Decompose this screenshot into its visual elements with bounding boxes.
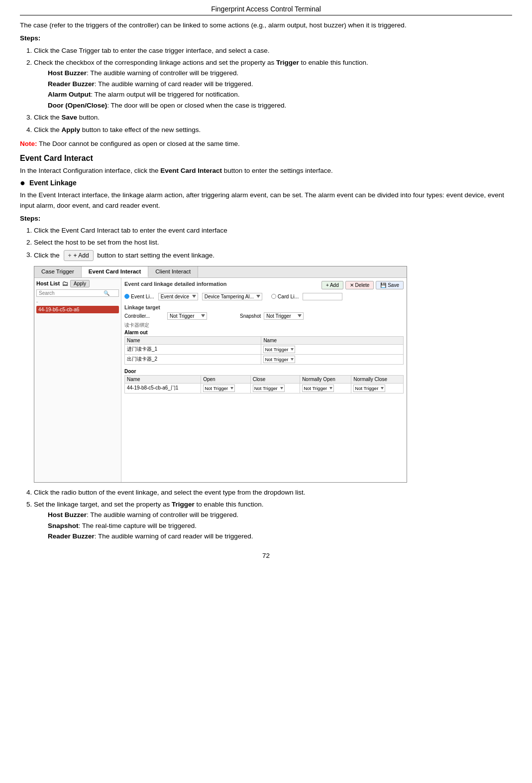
step-2: Check the checkbox of the corresponding … — [34, 58, 512, 111]
bullet-dot: ● — [20, 178, 25, 188]
ui-tabs: Case Trigger Event Card Interact Client … — [34, 266, 407, 278]
tab-client-interact[interactable]: Client Interact — [148, 266, 198, 277]
event-linkage-intro: In the Event Interact interface, the lin… — [20, 190, 512, 211]
reader-section-label: 读卡器绑定 — [124, 322, 404, 329]
steps-header-2: Steps: — [20, 214, 512, 224]
reader-row2-select[interactable]: Not Trigger — [263, 356, 295, 363]
door-line: Door (Open/Close): The door will be open… — [48, 102, 286, 109]
ui-sidebar: Host List 🗂 Apply 🔍 - 44-19-b6-c5-cb-a6 — [34, 278, 121, 482]
table-row: 44-19-b8-c5-cb-a6_门1 Not Trigger Not Tri… — [125, 383, 404, 393]
ui-screenshot: Case Trigger Event Card Interact Client … — [34, 266, 407, 483]
radio-unchecked-icon — [271, 294, 276, 299]
radio-card-li[interactable]: Card Li... — [271, 293, 299, 299]
host-buzzer-line: Host Buzzer: The audible warning of cont… — [48, 69, 238, 77]
event-linkage-bullet: ● Event Linkage — [20, 179, 512, 188]
controller-select[interactable]: Not Trigger — [167, 312, 207, 320]
event-card-intro: In the Interact Configuration interface,… — [20, 166, 512, 176]
alarm-out-label: Alarm out — [124, 330, 404, 335]
ui-main-header: Event card linkage detailed information — [124, 281, 226, 287]
sidebar-search[interactable]: 🔍 — [36, 289, 119, 297]
door-section-label: Door — [124, 369, 404, 374]
step-3: Click the Save button. — [34, 113, 512, 123]
folder-icon: 🗂 — [62, 280, 68, 287]
step-1: Click the Case Trigger tab to enter the … — [34, 46, 512, 56]
door-normally-close-select[interactable]: Not Trigger — [353, 385, 385, 392]
host-buzzer-after: Host Buzzer: The audible warning of cont… — [48, 511, 238, 519]
intro-text: The case (refer to the triggers of the c… — [20, 20, 512, 30]
steps-list-1: Click the Case Trigger tab to enter the … — [34, 46, 512, 135]
door-table: Name Open Close Normally Open Normally C… — [124, 375, 404, 393]
reader-col-name: Name — [125, 336, 261, 344]
tab-event-card-interact[interactable]: Event Card Interact — [82, 266, 148, 277]
linkage-target-label: Linkage target — [124, 304, 404, 310]
alarm-output-line: Alarm Output: The alarm output will be t… — [48, 91, 239, 98]
card-li-input[interactable] — [303, 293, 342, 300]
linkage-target-section: Linkage target Controller... Not Trigger… — [124, 304, 404, 475]
event-linkage-label: Event Linkage — [29, 179, 77, 187]
table-row: 出门读卡器_2 Not Trigger — [125, 354, 404, 364]
door-col-name: Name — [125, 375, 201, 383]
empty-area — [124, 395, 404, 475]
reader-row1-select[interactable]: Not Trigger — [263, 346, 295, 353]
steps-list-2: Click the Event Card Interact tab to ent… — [34, 226, 512, 261]
sidebar-title: Host List 🗂 Apply — [36, 280, 119, 287]
post-step-4: Click the radio button of the event link… — [34, 488, 512, 498]
search-icon: 🔍 — [104, 290, 109, 296]
note-text: Note: The Door cannot be configured as o… — [20, 139, 512, 149]
device-tampering-dropdown[interactable]: Device Tampering Al... — [202, 293, 262, 300]
event-card-heading: Event Card Interact — [20, 154, 512, 163]
page-number: 72 — [20, 552, 512, 559]
reader-col-name2: Name — [261, 336, 404, 344]
door-col-normally-close: Normally Close — [351, 375, 404, 383]
delete-button[interactable]: ✕ Delete — [345, 281, 374, 289]
door-normally-open-select[interactable]: Not Trigger — [302, 385, 334, 392]
door-col-normally-open: Normally Open — [300, 375, 351, 383]
reader-buzzer-line: Reader Buzzer: The audible warning of ca… — [48, 80, 253, 88]
save-button[interactable]: 💾 Save — [376, 281, 404, 289]
sidebar-apply-button[interactable]: Apply — [70, 280, 90, 287]
sidebar-list-item[interactable]: 44-19-b6-c5-cb-a6 — [36, 306, 119, 313]
page-title: Fingerprint Access Control Terminal — [20, 5, 512, 15]
door-close-select[interactable]: Not Trigger — [253, 385, 285, 392]
ec-step-3: Click the + + Add button to start settin… — [34, 250, 512, 261]
snapshot-select[interactable]: Not Trigger — [264, 312, 304, 320]
door-col-open: Open — [201, 375, 250, 383]
ui-body: Host List 🗂 Apply 🔍 - 44-19-b6-c5-cb-a6 … — [34, 278, 407, 482]
ui-toolbar: + Add ✕ Delete 💾 Save — [321, 281, 404, 289]
event-device-dropdown[interactable]: Event device — [158, 293, 198, 300]
reader-table: Name Name 进门读卡器_1 Not Trigger — [124, 336, 404, 365]
ec-step-2: Select the host to be set from the host … — [34, 238, 512, 248]
ec-step-1: Click the Event Card Interact tab to ent… — [34, 226, 512, 236]
search-input[interactable] — [39, 290, 104, 296]
step-4: Click the Apply button to take effect of… — [34, 125, 512, 135]
steps-list-after-ui: Click the radio button of the event link… — [34, 488, 512, 542]
radio-checked-icon — [124, 294, 129, 299]
controller-snapshot-row: Controller... Not Trigger Snapshot Not T… — [124, 312, 404, 320]
door-col-close: Close — [250, 375, 300, 383]
sidebar-group-label: - — [36, 299, 119, 304]
table-row: 进门读卡器_1 Not Trigger — [125, 344, 404, 354]
plus-icon: + — [68, 251, 72, 260]
post-step-5: Set the linkage target, and set the prop… — [34, 500, 512, 542]
ui-main: Event card linkage detailed information … — [121, 278, 407, 482]
add-button[interactable]: + Add — [321, 281, 343, 289]
tab-case-trigger[interactable]: Case Trigger — [34, 266, 82, 277]
reader-buzzer-after: Reader Buzzer: The audible warning of ca… — [48, 532, 253, 540]
door-open-select[interactable]: Not Trigger — [203, 385, 235, 392]
snapshot-after: Snapshot: The real-time capture will be … — [48, 522, 197, 529]
add-button-inline[interactable]: + + Add — [64, 250, 94, 261]
steps-header-1: Steps: — [20, 33, 512, 43]
radio-event-li[interactable]: Event Li... — [124, 293, 154, 299]
event-radio-group: Event Li... Event device Device Tamperin… — [124, 293, 404, 300]
